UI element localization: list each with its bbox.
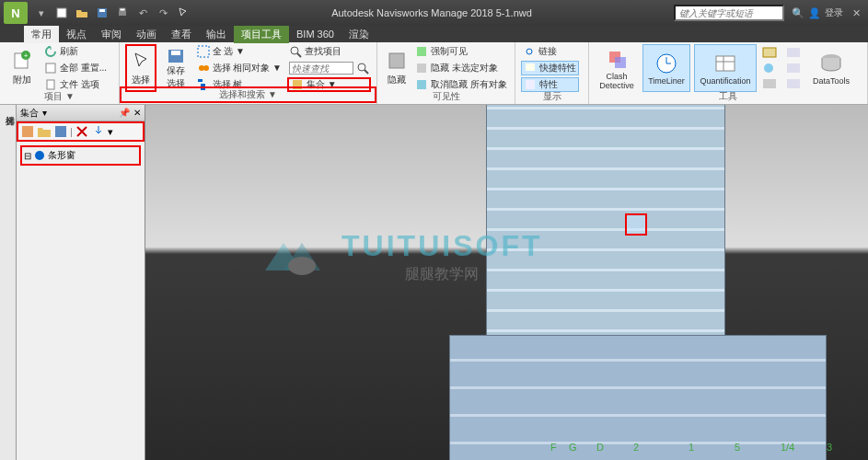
save-select-button[interactable]: 保存 选择 — [160, 44, 191, 92]
unhide-icon — [415, 78, 428, 91]
tool-icon-1[interactable] — [760, 46, 781, 59]
select-all-icon — [197, 45, 210, 58]
tool-icon-3[interactable] — [760, 77, 781, 90]
hide-unselected-button[interactable]: 隐藏 未选定对象 — [413, 61, 509, 75]
window-title: Autodesk Navisworks Manage 2018 5-1.nwd — [193, 7, 670, 18]
tab-animation[interactable]: 动画 — [129, 26, 164, 43]
window-close-icon[interactable]: ✕ — [852, 7, 861, 19]
app-logo[interactable]: N — [4, 2, 28, 24]
group-label-tools: 工具 — [589, 90, 867, 103]
qat-open-icon[interactable] — [73, 4, 91, 22]
qat-save-icon[interactable] — [93, 4, 111, 22]
tab-review[interactable]: 审阅 — [94, 26, 129, 43]
group-label-project[interactable]: 项目 ▼ — [0, 90, 119, 103]
select-all-button[interactable]: 全 选 ▼ — [195, 44, 284, 59]
tool-icon-5[interactable] — [784, 62, 804, 75]
link-icon — [523, 45, 536, 58]
group-label-display: 显示 — [515, 90, 588, 103]
side-tab-select-tree[interactable]: 选择树 — [0, 105, 17, 460]
qat-select-icon[interactable] — [174, 4, 192, 22]
toolbar-delete-icon[interactable] — [75, 124, 89, 139]
refresh-button[interactable]: 刷新 — [42, 44, 109, 59]
svg-rect-2 — [99, 9, 105, 12]
select-button[interactable]: 选择 — [125, 44, 156, 92]
tab-output[interactable]: 输出 — [199, 26, 234, 43]
tab-viewpoint[interactable]: 视点 — [59, 26, 94, 43]
clash-icon — [604, 46, 630, 72]
tree-expand-icon[interactable]: ⊟ — [24, 151, 31, 161]
watermark-logo-icon — [256, 224, 330, 289]
svg-text:+: + — [24, 52, 29, 60]
tab-common[interactable]: 常用 — [24, 26, 59, 43]
svg-point-47 — [288, 257, 316, 275]
watermark-subtitle: 腿腿教学网 — [341, 265, 542, 284]
panel-pin-icon[interactable]: 📌 — [119, 108, 130, 118]
svg-rect-34 — [716, 56, 735, 71]
group-label-select[interactable]: 选择和搜索 ▼ — [120, 86, 376, 103]
svg-rect-25 — [417, 63, 426, 73]
toolbar-dropdown[interactable]: ▾ — [108, 126, 113, 138]
qat-menu[interactable]: ▾ — [32, 4, 51, 22]
toolbar-new-icon[interactable] — [20, 124, 35, 139]
tool-icon-4[interactable] — [784, 46, 804, 59]
grid-label: F — [550, 442, 557, 453]
toolbar-folder-icon[interactable] — [37, 124, 52, 139]
grid-label: 5 — [735, 442, 740, 453]
login-icon[interactable]: 👤 — [808, 7, 821, 19]
quick-find-input[interactable] — [289, 62, 353, 75]
viewport-3d[interactable]: F G D 2 1 5 1/4 3 TUITUISOFT 腿腿教学网 — [145, 105, 868, 460]
panel-tree: ⊟ 条形窗 — [17, 142, 145, 169]
login-label[interactable]: 登录 — [825, 6, 843, 19]
svg-rect-40 — [787, 48, 800, 57]
panel-close-icon[interactable]: ✕ — [133, 108, 141, 118]
datatools-button[interactable]: DataTools — [808, 44, 854, 92]
keyword-search-input[interactable] — [674, 5, 784, 21]
append-button[interactable]: + 附加 — [6, 44, 39, 92]
selected-element-highlight[interactable] — [625, 213, 647, 236]
toolbar-save-icon[interactable] — [53, 124, 68, 139]
quick-props-button[interactable]: 快捷特性 — [521, 61, 579, 75]
refresh-icon — [44, 45, 57, 58]
svg-rect-0 — [57, 8, 66, 17]
save-select-icon — [165, 46, 187, 63]
file-icon — [44, 78, 57, 91]
force-visible-button[interactable]: 强制可见 — [413, 44, 509, 59]
qat-undo-icon[interactable]: ↶ — [133, 4, 152, 22]
tab-bim360[interactable]: BIM 360 — [289, 27, 341, 41]
tool-icon-2[interactable] — [760, 62, 781, 75]
quick-props-icon — [524, 62, 537, 75]
find-items-button[interactable]: 查找项目 — [287, 44, 371, 59]
qat-print-icon[interactable] — [113, 4, 132, 22]
toolbar-import-icon[interactable] — [91, 124, 106, 139]
tool-icon-6[interactable] — [784, 77, 804, 90]
svg-rect-11 — [171, 51, 180, 55]
timeliner-icon — [654, 51, 679, 76]
tab-render[interactable]: 渲染 — [341, 26, 376, 43]
grid-label: 1/4 — [781, 442, 794, 453]
hide-button[interactable]: 隐藏 — [383, 44, 410, 92]
grid-label: 2 — [633, 442, 639, 453]
ribbon-group-tools: Clash Detective TimeLiner Quantification — [589, 42, 868, 104]
menu-bar: 常用 视点 审阅 动画 查看 输出 项目工具 BIM 360 渲染 — [0, 26, 868, 42]
tab-project-tools[interactable]: 项目工具 — [234, 26, 289, 43]
qat-new-icon[interactable] — [52, 4, 71, 22]
tab-view[interactable]: 查看 — [164, 26, 199, 43]
timeliner-button[interactable]: TimeLiner — [642, 44, 690, 92]
clash-detective-button[interactable]: Clash Detective — [595, 44, 639, 92]
svg-rect-44 — [22, 126, 33, 137]
panel-dropdown-icon[interactable]: ▾ — [42, 108, 47, 118]
reset-all-button[interactable]: 全部 重置... — [42, 61, 109, 75]
qat-redo-icon[interactable]: ↷ — [154, 4, 172, 22]
svg-line-19 — [297, 53, 301, 57]
group-label-visibility: 可见性 — [377, 90, 515, 103]
links-button[interactable]: 链接 — [521, 44, 579, 59]
search-help-icon[interactable]: 🔍 — [792, 7, 804, 19]
search-icon[interactable] — [356, 62, 369, 75]
quantification-button[interactable]: Quantification — [694, 44, 757, 92]
grid-label: 1 — [689, 442, 694, 453]
select-same-button[interactable]: 选择 相同对象 ▼ — [195, 61, 284, 75]
svg-point-20 — [358, 63, 365, 71]
tree-item-bar-window[interactable]: ⊟ 条形窗 — [20, 145, 141, 166]
svg-rect-30 — [615, 57, 626, 68]
force-visible-icon — [415, 45, 428, 58]
